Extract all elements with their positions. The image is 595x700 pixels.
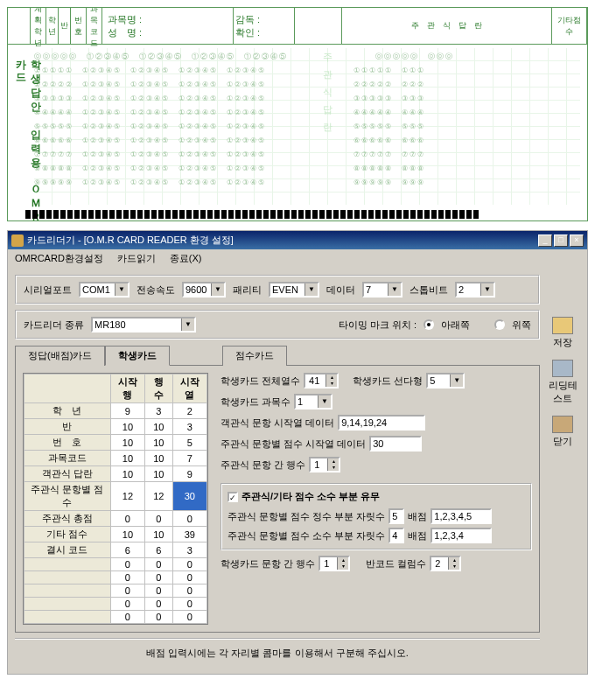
sub-gap-input[interactable]: 1	[309, 457, 340, 472]
omr-card-preview: 학생답안 입력용 ＯＭＲ카드 계획 학년 학 년 반 번호 과목 코드 과목명 …	[7, 7, 588, 221]
int-dist-input[interactable]: 1,2,3,4,5	[430, 508, 492, 524]
app-window: 카드리더기 - [O.M.R CARD READER 환경 설정] _ □ × …	[7, 230, 588, 675]
timing-label: 타이밍 마크 위치 :	[339, 318, 416, 332]
tab-student-card[interactable]: 학생카드	[105, 346, 170, 366]
table-row[interactable]: 000	[24, 584, 207, 598]
port-label: 시리얼포트	[24, 284, 72, 297]
table-row[interactable]: 000	[24, 571, 207, 584]
baud-label: 전송속도	[136, 284, 175, 297]
table-row[interactable]: 학 년932	[24, 403, 207, 419]
app-icon	[11, 234, 24, 247]
titlebar: 카드리더기 - [O.M.R CARD READER 환경 설정] _ □ ×	[8, 231, 587, 249]
sel-col-select[interactable]: 5	[426, 373, 465, 388]
reader-panel: 카드리더 종류 MR180 타이밍 마크 위치 : 아래쪽 위쪽	[15, 310, 540, 340]
right-toolbar: 저장 리딩테스트 닫기	[543, 313, 582, 452]
table-row[interactable]: 주관식 총점000	[24, 511, 207, 527]
table-row[interactable]: 000	[24, 558, 207, 571]
tab-content: 시작행행 수시작열학 년932반10103번 호10105과목코드10107객관…	[15, 365, 540, 633]
reading-test-button[interactable]: 리딩테스트	[545, 356, 580, 409]
reader-type-label: 카드리더 종류	[24, 318, 84, 332]
omr-watermark: 주관식답란	[323, 52, 334, 139]
stop-select[interactable]: 2	[455, 282, 495, 298]
close-tool-button[interactable]: 닫기	[545, 412, 580, 452]
minimize-button[interactable]: _	[538, 234, 552, 247]
close-button[interactable]: ×	[570, 234, 584, 247]
menu-read[interactable]: 카드읽기	[114, 251, 159, 266]
table-row[interactable]: 000	[24, 598, 207, 611]
table-row[interactable]: 과목코드10107	[24, 451, 207, 466]
omr-bubble-overlay: ⓪⓪⓪⓪⓪ ①②③④⑤ ①②③④⑤ ①②③④⑤ ①②③④⑤ ⓪⓪⓪⓪⓪ ⓪⓪⓪ …	[34, 50, 578, 190]
tab-score-card[interactable]: 점수카드	[222, 346, 287, 366]
stop-label: 스톱비트	[410, 284, 448, 297]
maximize-button[interactable]: □	[554, 234, 568, 247]
data-label: 데이터	[326, 284, 355, 297]
table-row[interactable]: 기타 점수101039	[24, 527, 207, 542]
field-grid[interactable]: 시작행행 수시작열학 년932반10103번 호10105과목코드10107객관…	[23, 373, 208, 625]
table-row[interactable]: 객관식 답란10109	[24, 466, 207, 482]
menu-exit[interactable]: 종료(X)	[166, 251, 206, 266]
table-row[interactable]: 반10103	[24, 419, 207, 435]
tab-answer-card[interactable]: 정답(배점)카드	[15, 346, 105, 366]
door-icon	[552, 416, 573, 433]
footer-note: 배점 입력시에는 각 자리별 콤마를 이용해서 구분해 주십시오.	[15, 638, 540, 667]
port-select[interactable]: COM1	[79, 282, 130, 298]
subj-count-select[interactable]: 1	[294, 394, 332, 410]
reader-type-select[interactable]: MR180	[91, 317, 196, 332]
menubar: OMRCARD환경설정 카드읽기 종료(X)	[8, 249, 587, 268]
omr-timing-marks	[25, 210, 580, 220]
table-row[interactable]: 결시 코드663	[24, 542, 207, 558]
window-title: 카드리더기 - [O.M.R CARD READER 환경 설정]	[27, 234, 535, 247]
menu-config[interactable]: OMRCARD환경설정	[11, 251, 107, 266]
parity-select[interactable]: EVEN	[269, 282, 319, 298]
settings-column: 학생카드 전체열수 41 학생카드 선다형 5 학생카드 과목수 1 객관식 문…	[220, 373, 532, 625]
reader-icon	[552, 360, 573, 377]
timing-top-radio[interactable]	[494, 319, 505, 330]
omr-header: 계획 학년 학 년 반 번호 과목 코드 과목명 : 성 명 : 감독 : 확인…	[8, 8, 587, 45]
table-row[interactable]: 000	[24, 611, 207, 624]
tabs: 정답(배점)카드 학생카드 점수카드	[15, 345, 540, 365]
sub-score-start-input[interactable]: 30	[369, 436, 422, 452]
int-digits-input[interactable]: 5	[388, 508, 404, 524]
parity-label: 패리티	[233, 284, 262, 297]
total-cols-input[interactable]: 41	[304, 373, 339, 388]
item-gap-input[interactable]: 1	[318, 556, 350, 571]
obj-start-input[interactable]: 9,14,19,24	[338, 415, 425, 430]
dec-digits-input[interactable]: 4	[388, 528, 404, 543]
workspace: 저장 리딩테스트 닫기 시리얼포트 COM1 전송속도 9600 패리티 EVE…	[8, 268, 587, 674]
barcode-cols-input[interactable]: 2	[430, 556, 461, 571]
dec-dist-input[interactable]: 1,2,3,4	[430, 528, 492, 543]
data-select[interactable]: 7	[362, 282, 402, 298]
table-row[interactable]: 번 호10105	[24, 435, 207, 451]
save-icon	[552, 317, 573, 334]
timing-bottom-radio[interactable]	[424, 319, 434, 330]
save-button[interactable]: 저장	[545, 313, 580, 353]
table-row[interactable]: 주관식 문항별 점수121230	[24, 482, 207, 511]
decimal-checkbox[interactable]: ✓	[228, 492, 238, 502]
connection-panel: 시리얼포트 COM1 전송속도 9600 패리티 EVEN 데이터 7 스톱비트…	[15, 275, 540, 304]
baud-select[interactable]: 9600	[182, 282, 226, 298]
